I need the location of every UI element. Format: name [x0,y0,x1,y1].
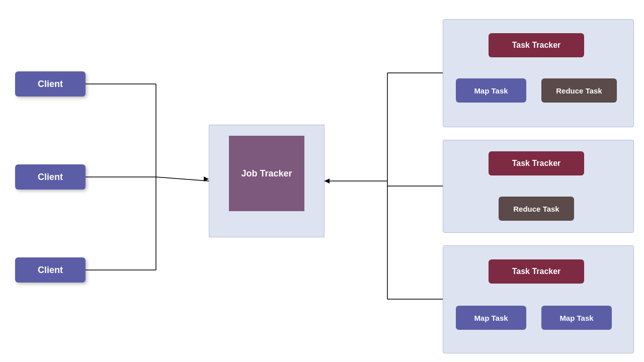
task-tracker-box-2: Task Tracker [489,151,584,175]
job-tracker-inner: Job Tracker [229,136,304,211]
client-box-3: Client [15,257,86,283]
map-task-box-3b: Map Task [541,306,612,330]
diagram-container: Client Client Client Job Tracker Task Tr… [0,0,644,362]
tracker-panel-1: Task Tracker Map Task Reduce Task [443,19,634,127]
task-tracker-box-1: Task Tracker [489,33,584,57]
reduce-task-box-1: Reduce Task [541,78,617,103]
map-task-box-3a: Map Task [456,306,526,330]
tracker-panel-3: Task Tracker Map Task Map Task [443,245,634,353]
task-tracker-box-3: Task Tracker [489,259,584,284]
svg-marker-7 [325,178,330,184]
tracker-panel-2: Task Tracker Reduce Task [443,140,634,233]
reduce-task-box-2: Reduce Task [499,197,574,221]
client-box-2: Client [15,164,86,190]
client-box-1: Client [15,71,86,97]
svg-marker-5 [204,176,209,182]
map-task-box-1: Map Task [456,78,526,103]
svg-line-4 [156,177,209,181]
